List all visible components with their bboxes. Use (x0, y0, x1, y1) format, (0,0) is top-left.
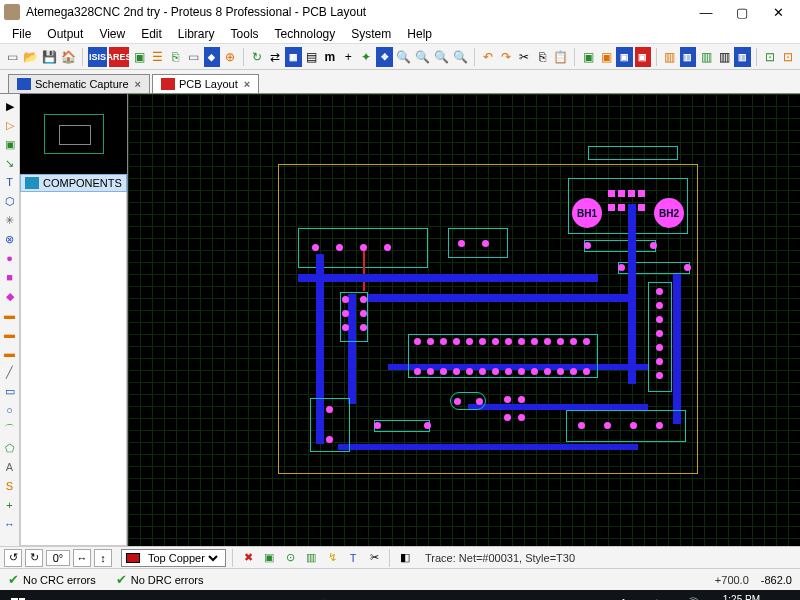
tab-pcb[interactable]: PCB Layout × (152, 74, 259, 93)
circle-tool[interactable]: ○ (2, 402, 18, 418)
close-icon[interactable]: × (244, 78, 250, 90)
app-icon[interactable]: ◎ (244, 593, 268, 600)
smt-pad-tool[interactable]: ▬ (2, 326, 18, 342)
toggle-force-button[interactable]: ▥ (302, 549, 320, 567)
chrome-icon[interactable]: ◉ (210, 593, 234, 600)
home-button[interactable]: 🏠 (60, 47, 77, 67)
pcb-canvas[interactable]: BH1 BH2 (128, 94, 800, 546)
tool-b[interactable]: ⊕ (222, 47, 238, 67)
minimize-button[interactable]: — (688, 0, 724, 24)
toggle-auto-button[interactable]: ↯ (323, 549, 341, 567)
network-icon[interactable]: ⬆ (645, 593, 669, 600)
redo-button[interactable]: ↷ (498, 47, 514, 67)
save-button[interactable]: 💾 (41, 47, 58, 67)
highlight-button[interactable]: ✂ (365, 549, 383, 567)
open-button[interactable]: 📂 (22, 47, 39, 67)
connectivity-tool[interactable]: ⊗ (2, 231, 18, 247)
menu-view[interactable]: View (91, 25, 133, 43)
decompose-button[interactable]: ▥ (698, 47, 714, 67)
grid-button[interactable]: ▦ (285, 47, 301, 67)
origin-button[interactable]: + (340, 47, 356, 67)
tray-up-icon[interactable]: ˄ (611, 593, 635, 600)
connect-button[interactable]: ⊡ (761, 47, 777, 67)
edge-pad-tool[interactable]: ▬ (2, 307, 18, 323)
rotate-ccw-button[interactable]: ↺ (4, 549, 22, 567)
marker-tool[interactable]: + (2, 497, 18, 513)
toggle-x-button[interactable]: ✖ (239, 549, 257, 567)
gerber-button[interactable]: ⎘ (167, 47, 183, 67)
zoom-area-button[interactable]: 🔍 (452, 47, 469, 67)
block-rotate-button[interactable]: ▣ (616, 47, 632, 67)
rotate-cw-button[interactable]: ↻ (25, 549, 43, 567)
zone-tool[interactable]: ⬡ (2, 193, 18, 209)
task-view-button[interactable]: ▭ (74, 593, 98, 600)
isis-button[interactable]: ISIS (88, 47, 107, 67)
text-tool[interactable]: A (2, 459, 18, 475)
menu-library[interactable]: Library (170, 25, 223, 43)
via-tool[interactable]: T (2, 174, 18, 190)
3d-button[interactable]: ▣ (131, 47, 147, 67)
autoroute-button[interactable]: ▥ (734, 47, 750, 67)
tool-a[interactable]: ◆ (204, 47, 220, 67)
app-icon-2[interactable]: ▥ (278, 593, 302, 600)
menu-system[interactable]: System (343, 25, 399, 43)
notifications-icon[interactable]: ▭ (770, 593, 794, 600)
rotation-value[interactable]: 0° (46, 550, 70, 566)
arc-tool[interactable]: ⌒ (2, 421, 18, 437)
block-move-button[interactable]: ▣ (598, 47, 614, 67)
flip-button[interactable]: ⇄ (267, 47, 283, 67)
block-delete-button[interactable]: ▣ (635, 47, 651, 67)
path-tool[interactable]: ⬠ (2, 440, 18, 456)
component-tool[interactable]: ▷ (2, 117, 18, 133)
layer-selector[interactable]: Top Copper (121, 549, 226, 567)
layer-dropdown[interactable]: Top Copper (144, 551, 221, 565)
zoom-out-button[interactable]: 🔍 (414, 47, 431, 67)
flip-v-button[interactable]: ↕ (94, 549, 112, 567)
start-button[interactable] (6, 593, 30, 600)
new-button[interactable]: ▭ (4, 47, 20, 67)
menu-help[interactable]: Help (399, 25, 440, 43)
undo-button[interactable]: ↶ (479, 47, 495, 67)
menu-technology[interactable]: Technology (267, 25, 344, 43)
redraw-button[interactable]: ↻ (249, 47, 265, 67)
block-copy-button[interactable]: ▣ (580, 47, 596, 67)
store-icon[interactable]: ▣ (176, 593, 200, 600)
bom-button[interactable]: ☰ (149, 47, 165, 67)
proteus-icon[interactable]: ✳ (312, 593, 336, 600)
tab-schematic[interactable]: Schematic Capture × (8, 74, 150, 93)
maximize-button[interactable]: ▢ (724, 0, 760, 24)
cortana-button[interactable]: ○ (40, 593, 64, 600)
cut-button[interactable]: ✂ (516, 47, 532, 67)
square-pad-tool[interactable]: ■ (2, 269, 18, 285)
goto-button[interactable]: ✦ (358, 47, 374, 67)
pick-button[interactable]: ▥ (662, 47, 678, 67)
symbol-tool[interactable]: S (2, 478, 18, 494)
copy-button[interactable]: ⎘ (534, 47, 550, 67)
components-header[interactable]: COMPONENTS (20, 174, 127, 192)
select-tool[interactable]: ▶ (2, 98, 18, 114)
overview-preview[interactable] (20, 94, 127, 174)
layers-button[interactable]: ▤ (304, 47, 320, 67)
poly-pad-tool[interactable]: ▬ (2, 345, 18, 361)
ares-button[interactable]: ARES (109, 47, 129, 67)
metric-button[interactable]: m (322, 47, 338, 67)
ratsnest-tool[interactable]: ✳ (2, 212, 18, 228)
taskbar-clock[interactable]: 1:25 PM 30-Dec-17 (713, 594, 760, 600)
menu-output[interactable]: Output (39, 25, 91, 43)
round-pad-tool[interactable]: ● (2, 250, 18, 266)
pan-button[interactable]: ✥ (376, 47, 392, 67)
close-icon[interactable]: × (135, 78, 141, 90)
dimension-tool[interactable]: ↔ (2, 516, 18, 532)
components-list[interactable] (20, 192, 127, 546)
explorer-icon[interactable]: ▆ (108, 593, 132, 600)
toggle-ratsnest-button[interactable]: ⊙ (281, 549, 299, 567)
zoom-in-button[interactable]: 🔍 (395, 47, 412, 67)
autoname-button[interactable]: ▥ (716, 47, 732, 67)
drc-button[interactable]: ⊡ (780, 47, 796, 67)
line-tool[interactable]: ╱ (2, 364, 18, 380)
close-button[interactable]: ✕ (760, 0, 796, 24)
dpad-tool[interactable]: ◆ (2, 288, 18, 304)
doc-button[interactable]: ▭ (186, 47, 202, 67)
info-button[interactable]: ◧ (396, 549, 414, 567)
flip-h-button[interactable]: ↔ (73, 549, 91, 567)
